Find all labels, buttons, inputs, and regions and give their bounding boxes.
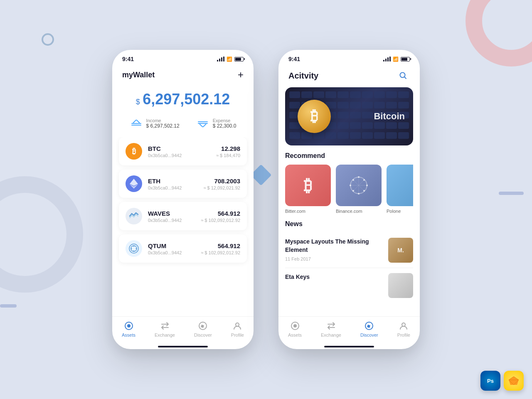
exchange-icon — [160, 321, 170, 331]
crypto-item-waves[interactable]: WAVES 0x3b5ca0...9442 564.912 ≈ $ 102,09… — [119, 202, 247, 230]
svg-point-39 — [402, 323, 405, 326]
svg-rect-1 — [131, 125, 141, 126]
expense-item: Expense $ 22,300.0 — [196, 118, 236, 129]
crypto-item-qtum[interactable]: QTUM 0x3b5ca0...9442 564.912 ≈ $ 102,092… — [119, 234, 247, 263]
wallet-status-icons: 📶 — [217, 57, 244, 62]
svg-point-11 — [127, 324, 131, 328]
qtum-name: QTUM — [148, 242, 201, 249]
activity-wifi-icon: 📶 — [393, 57, 399, 62]
activity-exchange-icon — [326, 321, 336, 331]
recommend-card-bnb[interactable]: Binance.com — [336, 165, 382, 214]
eth-value: 708.2003 ≈ $ 12,092,021.92 — [203, 177, 240, 190]
income-label: Income — [146, 118, 180, 123]
add-button[interactable]: + — [238, 69, 244, 81]
recommend-title: Recommend — [285, 152, 413, 160]
bg-decoration-circle-left — [0, 176, 83, 293]
bg-decoration-bar-left — [0, 304, 17, 308]
activity-nav-profile[interactable]: Profile — [397, 321, 410, 337]
svg-point-7 — [133, 251, 135, 252]
recommend-list: ₿ Bitter.com — [285, 165, 413, 214]
nav-assets-label: Assets — [122, 332, 135, 337]
activity-assets-icon — [290, 321, 300, 331]
income-expense-section: Income $ 6,297,502.12 Expense $ — [112, 118, 254, 137]
activity-nav-discover[interactable]: Discover — [360, 321, 378, 337]
expense-info: Expense $ 22,300.0 — [213, 118, 236, 129]
discover-icon — [198, 321, 208, 331]
pol-card-name: Polone — [387, 209, 413, 214]
crypto-list: ₿ BTC 0x3b5ca0...9442 12.298 ≈ $ 184,470 — [112, 137, 254, 316]
recommend-card-pol[interactable]: Polone — [387, 165, 413, 214]
news-image-2 — [388, 273, 413, 298]
activity-nav-assets[interactable]: Assets — [288, 321, 302, 337]
waves-icon — [126, 208, 142, 224]
activity-nav-profile-label: Profile — [397, 332, 410, 337]
waves-address: 0x3b5ca0...9442 — [148, 218, 201, 223]
battery-icon — [234, 57, 244, 62]
activity-status-icons: 📶 — [383, 57, 410, 62]
crypto-item-btc[interactable]: ₿ BTC 0x3b5ca0...9442 12.298 ≈ $ 184,470 — [119, 137, 247, 165]
waves-value: 564.912 ≈ $ 102,092,012.92 — [201, 210, 240, 223]
svg-point-13 — [236, 323, 239, 326]
svg-point-37 — [293, 324, 297, 328]
income-icon — [130, 118, 143, 128]
nav-profile[interactable]: Profile — [231, 321, 244, 337]
news-item-1[interactable]: Myspace Layouts The Missing Element 11 F… — [285, 233, 413, 268]
activity-profile-icon — [399, 321, 409, 331]
search-button[interactable] — [397, 69, 410, 82]
bg-decoration-bar-right — [499, 192, 524, 195]
activity-battery-fill — [401, 58, 407, 61]
btc-info: BTC 0x3b5ca0...9442 — [148, 145, 216, 158]
activity-nav-discover-label: Discover — [360, 332, 378, 337]
bg-decoration-circle-top — [466, 0, 532, 66]
activity-signal-icon — [383, 57, 391, 62]
income-item: Income $ 6,297,502.12 — [130, 118, 180, 129]
bg-decoration-dot — [42, 33, 54, 46]
bnb-card-image — [336, 165, 382, 206]
news-item-2[interactable]: Eta Keys — [285, 268, 413, 303]
assets-icon — [124, 321, 134, 331]
wallet-header: myWallet + — [112, 66, 254, 87]
activity-nav-exchange[interactable]: Exchange — [321, 321, 341, 337]
activity-battery-icon — [401, 57, 410, 62]
qtum-info: QTUM 0x3b5ca0...9442 — [148, 242, 201, 255]
recommend-card-btc[interactable]: ₿ Bitter.com — [285, 165, 331, 214]
nav-discover[interactable]: Discover — [194, 321, 212, 337]
eth-address: 0x3b5ca0...9442 — [148, 185, 203, 190]
waves-info: WAVES 0x3b5ca0...9442 — [148, 210, 201, 223]
btc-icon: ₿ — [126, 143, 142, 160]
sketch-badge — [504, 371, 524, 391]
phones-container: 9:41 📶 myWallet + $ 6,297,5 — [112, 50, 420, 349]
qtum-amount: 564.912 — [201, 242, 240, 249]
activity-header: Acitvity — [278, 66, 420, 87]
news-headline-1: Myspace Layouts The Missing Element — [285, 238, 383, 254]
news-date-1: 11 Feb 2017 — [285, 256, 383, 261]
news-info-1: Myspace Layouts The Missing Element 11 F… — [285, 238, 383, 261]
activity-nav-assets-label: Assets — [288, 332, 302, 337]
crypto-item-eth[interactable]: ETH 0x3b5ca0...9442 708.2003 ≈ $ 12,092,… — [119, 170, 247, 198]
btc-card-name: Bitter.com — [285, 209, 331, 214]
tool-badges: Ps — [480, 371, 524, 391]
waves-name: WAVES — [148, 210, 201, 217]
income-info: Income $ 6,297,502.12 — [146, 118, 180, 129]
activity-scroll-area: ₿ Bitcoin Recommend ₿ Bitter.com — [278, 87, 420, 316]
svg-rect-0 — [131, 123, 141, 124]
featured-image[interactable]: ₿ Bitcoin — [285, 87, 413, 145]
nav-assets[interactable]: Assets — [122, 321, 135, 337]
btc-card-image: ₿ — [285, 165, 331, 206]
bnb-card-name: Binance.com — [336, 209, 382, 214]
wallet-bottom-nav: Assets Exchange — [112, 316, 254, 346]
btc-usd: ≈ $ 184,470 — [216, 153, 240, 158]
qtum-usd: ≈ $ 102,092,012.92 — [201, 250, 240, 255]
nav-exchange[interactable]: Exchange — [155, 321, 175, 337]
svg-rect-2 — [198, 121, 208, 122]
eth-name: ETH — [148, 177, 203, 185]
wallet-title: myWallet — [122, 71, 155, 79]
eth-amount: 708.2003 — [203, 177, 240, 185]
svg-point-6 — [133, 246, 135, 247]
svg-point-8 — [131, 248, 132, 249]
activity-phone: 9:41 📶 Acitvity — [278, 50, 420, 349]
nav-exchange-label: Exchange — [155, 332, 175, 337]
activity-home-indicator — [324, 346, 374, 347]
wallet-time: 9:41 — [122, 56, 134, 62]
btc-amount: 12.298 — [216, 145, 240, 152]
